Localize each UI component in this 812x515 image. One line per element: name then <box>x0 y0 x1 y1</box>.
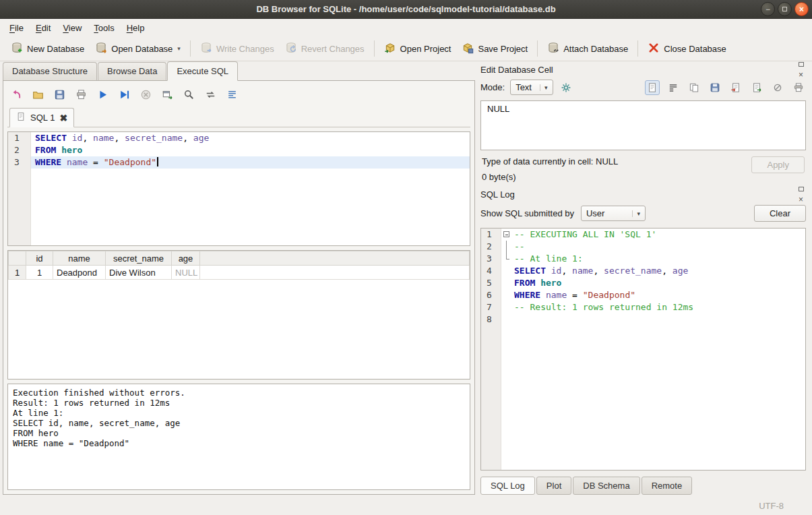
save-project-icon <box>462 42 474 56</box>
log-code: FROM hero <box>512 277 561 289</box>
tab-browse-data[interactable]: Browse Data <box>98 62 166 80</box>
dock-tab-plot[interactable]: Plot <box>536 477 571 495</box>
apply-button[interactable]: Apply <box>751 156 805 173</box>
sql-log-filter-row: Show SQL submitted by User ▾ Clear <box>480 202 806 228</box>
fold-marker-icon[interactable] <box>501 229 512 241</box>
toolbar-separator <box>637 40 638 57</box>
new-tab-icon[interactable] <box>9 87 24 102</box>
results-header-row: idnamesecret_nameage <box>9 251 470 266</box>
autocomplete-icon[interactable] <box>203 87 218 102</box>
line-number: 3 <box>8 156 31 169</box>
set-null-icon[interactable] <box>770 80 785 95</box>
menu-help[interactable]: Help <box>121 20 151 36</box>
execute-line-icon[interactable] <box>117 87 131 102</box>
menu-edit[interactable]: Edit <box>30 20 57 36</box>
log-line-7: 7-- Result: 1 rows returned in 12ms <box>481 301 805 313</box>
line-number: 3 <box>481 253 501 265</box>
tab-execute-sql[interactable]: Execute SQL <box>167 61 238 81</box>
table-cell[interactable]: Dive Wilson <box>106 266 172 280</box>
sql-log-dock-icons: × <box>792 184 806 204</box>
attach-database-icon <box>547 42 559 56</box>
save-project-button[interactable]: Save Project <box>456 38 533 59</box>
table-cell[interactable]: 1 <box>26 266 53 280</box>
header-filler <box>200 251 470 266</box>
dock-tabbar: SQL LogPlotDB SchemaRemote <box>480 477 806 495</box>
find-replace-icon[interactable] <box>181 87 196 102</box>
new-database-button[interactable]: New Database <box>5 38 90 59</box>
tab-database-structure[interactable]: Database Structure <box>3 62 97 80</box>
column-header-secret-name[interactable]: secret_name <box>106 251 172 266</box>
copy-cell-icon[interactable] <box>687 80 701 95</box>
dropdown-arrow-icon[interactable]: ▾ <box>177 45 181 52</box>
cell-icon-group <box>645 80 806 95</box>
import-cell-icon[interactable] <box>728 80 743 95</box>
dock-tab-db-schema[interactable]: DB Schema <box>573 477 639 495</box>
menu-view[interactable]: View <box>57 20 88 36</box>
fold-column <box>501 265 512 277</box>
open-database-icon <box>95 42 107 56</box>
column-header-age[interactable]: age <box>172 251 200 266</box>
text-cursor <box>157 157 158 166</box>
export-cell-icon[interactable] <box>749 80 764 95</box>
open-sql-icon[interactable] <box>30 87 45 102</box>
log-filler <box>481 326 805 470</box>
column-header-name[interactable]: name <box>53 251 106 266</box>
results-table: idnamesecret_nameage11DeadpondDive Wilso… <box>8 251 470 280</box>
open-database-button[interactable]: Open Database▾ <box>90 38 186 59</box>
sql-editor[interactable]: 1SELECT id, name, secret_name, age2FROM … <box>7 131 470 246</box>
sql-tab-close-icon[interactable]: ✖ <box>59 115 67 121</box>
menu-file[interactable]: File <box>3 20 30 36</box>
open-project-button[interactable]: Open Project <box>379 38 457 59</box>
close-button[interactable]: × <box>794 2 809 16</box>
menu-tools[interactable]: Tools <box>88 20 120 36</box>
save-sql-icon[interactable] <box>52 87 67 102</box>
filter-label: Show SQL submitted by <box>480 208 574 218</box>
main-toolbar: New DatabaseOpen Database▾Write ChangesR… <box>0 36 812 61</box>
print-icon[interactable] <box>73 87 88 102</box>
row-header[interactable]: 1 <box>9 266 26 280</box>
table-cell[interactable]: Deadpond <box>53 266 106 280</box>
cell-editor[interactable]: NULL <box>480 100 806 150</box>
detach-tab-icon[interactable] <box>160 87 175 102</box>
line-number: 6 <box>481 289 501 301</box>
statusbar: UTF-8 <box>0 496 812 515</box>
execute-all-icon[interactable] <box>95 87 110 102</box>
print-cell-icon[interactable] <box>791 80 806 95</box>
editor-code: WHERE name = "Deadpond" <box>31 156 470 169</box>
minimize-button[interactable]: − <box>761 2 775 16</box>
log-code: -- EXECUTING ALL IN 'SQL 1' <box>512 229 656 241</box>
auto-switch-icon[interactable] <box>559 80 573 95</box>
corner-cell <box>9 251 26 266</box>
menubar: FileEditViewToolsHelp <box>0 19 812 36</box>
column-header-id[interactable]: id <box>26 251 53 266</box>
log-code: -- At line 1: <box>512 253 583 265</box>
attach-database-button[interactable]: Attach Database <box>542 38 633 59</box>
editor-code: FROM hero <box>31 144 470 156</box>
sql-tab[interactable]: SQL 1 ✖ <box>9 108 74 127</box>
maximize-button[interactable] <box>778 2 792 16</box>
close-database-button[interactable]: Close Database <box>642 38 732 59</box>
sql-log-title: SQL Log <box>480 189 792 200</box>
edit-cell-dock-icons: × <box>792 59 806 80</box>
text-mode-icon[interactable] <box>645 80 660 95</box>
open-project-icon <box>384 42 396 56</box>
clear-button[interactable]: Clear <box>754 205 806 222</box>
table-cell[interactable]: NULL <box>172 266 200 280</box>
dock-tab-sql-log[interactable]: SQL Log <box>480 477 535 495</box>
editor-line-3: 3WHERE name = "Deadpond" <box>8 156 470 169</box>
save-cell-icon[interactable] <box>708 80 722 95</box>
float-dock-icon[interactable] <box>796 184 806 194</box>
filter-value: User <box>586 208 631 218</box>
mode-select[interactable]: Text ▾ <box>510 80 553 95</box>
float-dock-icon[interactable] <box>796 59 806 69</box>
chevron-down-icon: ▾ <box>540 84 548 91</box>
line-number: 7 <box>481 301 501 313</box>
table-row: 11DeadpondDive WilsonNULL <box>9 266 470 280</box>
collapse-icon[interactable] <box>503 231 509 237</box>
filter-select[interactable]: User ▾ <box>581 206 646 221</box>
wrap-text-icon[interactable] <box>666 80 681 95</box>
line-number: 1 <box>481 229 501 241</box>
format-icon[interactable] <box>224 87 239 102</box>
right-pane: Edit Database Cell × Mode: Text ▾ NULL T… <box>475 61 812 496</box>
dock-tab-remote[interactable]: Remote <box>642 477 693 495</box>
